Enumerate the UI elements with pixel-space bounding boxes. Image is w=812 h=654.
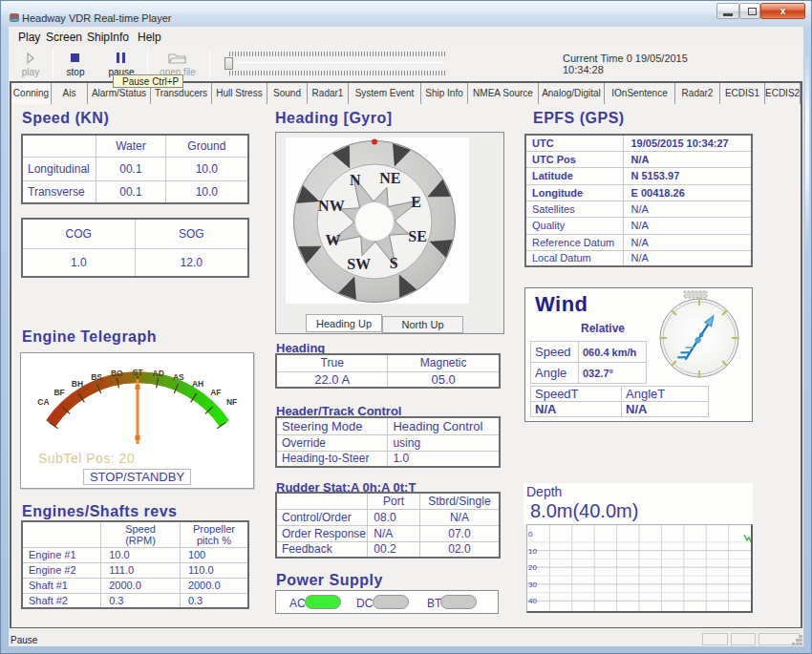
svg-text:BF: BF <box>53 388 64 397</box>
svg-text:N: N <box>350 172 361 188</box>
svg-text:30: 30 <box>528 580 537 589</box>
svg-text:BS: BS <box>91 372 102 382</box>
svg-text:AH: AH <box>192 379 203 389</box>
svg-text:E: E <box>411 194 421 210</box>
svg-text:NF: NF <box>226 397 237 407</box>
svg-text:NE: NE <box>379 170 400 186</box>
svg-text:NW: NW <box>318 198 345 214</box>
svg-text:AD: AD <box>153 369 164 378</box>
svg-text:SE: SE <box>408 228 427 244</box>
svg-text:W: W <box>326 232 341 248</box>
svg-text:BO: BO <box>111 369 123 378</box>
svg-text:BH: BH <box>72 379 83 389</box>
svg-text:ST: ST <box>133 368 144 377</box>
svg-text:10: 10 <box>528 547 537 556</box>
svg-text:AS: AS <box>173 372 184 382</box>
svg-text:0: 0 <box>528 530 533 538</box>
svg-text:AF: AF <box>210 388 221 397</box>
svg-text:40: 40 <box>528 597 537 605</box>
svg-text:S: S <box>390 255 398 271</box>
svg-text:20: 20 <box>528 563 537 572</box>
svg-text:CA: CA <box>37 397 49 407</box>
svg-text:SW: SW <box>347 256 371 272</box>
